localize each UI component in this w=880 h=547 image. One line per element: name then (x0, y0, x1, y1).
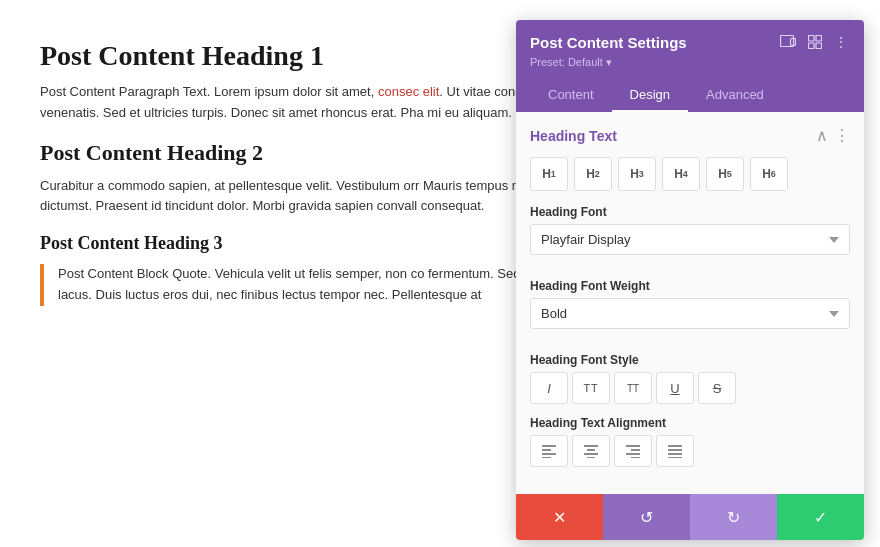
style-strikethrough-button[interactable]: S (698, 372, 736, 404)
heading-h6-button[interactable]: H6 (750, 157, 788, 191)
panel-title: Post Content Settings (530, 34, 687, 51)
heading-h5-button[interactable]: H5 (706, 157, 744, 191)
panel-preset[interactable]: Preset: Default ▾ (530, 56, 850, 69)
heading-alignment-group: Heading Text Alignment (530, 416, 850, 467)
svg-rect-5 (816, 43, 822, 49)
heading-weight-select[interactable]: Bold (530, 298, 850, 329)
post-link[interactable]: consec elit (378, 84, 439, 99)
delete-button[interactable]: ✕ (516, 494, 603, 540)
panel-layout-icon[interactable] (806, 33, 824, 51)
panel-responsive-icon[interactable] (778, 33, 798, 51)
tab-design[interactable]: Design (612, 79, 688, 112)
heading-alignment-label: Heading Text Alignment (530, 416, 850, 430)
section-header: Heading Text ∧ ⋮ (530, 126, 850, 145)
svg-rect-3 (816, 36, 822, 42)
panel-header: Post Content Settings ⋮ (516, 20, 864, 112)
align-left-button[interactable] (530, 435, 568, 467)
style-underline-button[interactable]: U (656, 372, 694, 404)
heading-font-group: Heading Font Playfair Display (530, 205, 850, 267)
svg-rect-2 (809, 36, 815, 42)
align-justify-button[interactable] (656, 435, 694, 467)
panel-footer: ✕ ↺ ↻ ✓ (516, 494, 864, 540)
alignment-buttons (530, 435, 850, 467)
panel-header-icons: ⋮ (778, 32, 850, 52)
style-italic-button[interactable]: I (530, 372, 568, 404)
align-right-button[interactable] (614, 435, 652, 467)
heading-h3-button[interactable]: H3 (618, 157, 656, 191)
style-uppercase-button[interactable]: Tt (614, 372, 652, 404)
heading-level-buttons: H1 H2 H3 H4 H5 H6 (530, 157, 850, 191)
reset-button[interactable]: ↺ (603, 494, 690, 540)
section-more-button[interactable]: ⋮ (834, 126, 850, 145)
panel-more-icon[interactable]: ⋮ (832, 32, 850, 52)
style-tt-button[interactable]: TT (572, 372, 610, 404)
tab-content[interactable]: Content (530, 79, 612, 112)
svg-rect-0 (781, 36, 794, 47)
align-center-button[interactable] (572, 435, 610, 467)
svg-rect-4 (809, 43, 815, 49)
heading-style-group: Heading Font Style I TT Tt U S (530, 353, 850, 404)
heading-font-select[interactable]: Playfair Display (530, 224, 850, 255)
font-style-buttons: I TT Tt U S (530, 372, 850, 404)
heading-h2-button[interactable]: H2 (574, 157, 612, 191)
section-collapse-button[interactable]: ∧ (816, 126, 828, 145)
settings-panel: Post Content Settings ⋮ (516, 20, 864, 540)
redo-button[interactable]: ↻ (690, 494, 777, 540)
section-title: Heading Text (530, 128, 617, 144)
heading-h4-button[interactable]: H4 (662, 157, 700, 191)
heading-style-label: Heading Font Style (530, 353, 850, 367)
panel-header-top: Post Content Settings ⋮ (530, 32, 850, 52)
tab-advanced[interactable]: Advanced (688, 79, 782, 112)
heading-font-label: Heading Font (530, 205, 850, 219)
panel-tabs: Content Design Advanced (530, 79, 850, 112)
save-button[interactable]: ✓ (777, 494, 864, 540)
heading-weight-group: Heading Font Weight Bold (530, 279, 850, 341)
heading-h1-button[interactable]: H1 (530, 157, 568, 191)
section-controls: ∧ ⋮ (816, 126, 850, 145)
heading-weight-label: Heading Font Weight (530, 279, 850, 293)
panel-body: Heading Text ∧ ⋮ H1 H2 H3 H4 H5 H6 Headi… (516, 112, 864, 494)
